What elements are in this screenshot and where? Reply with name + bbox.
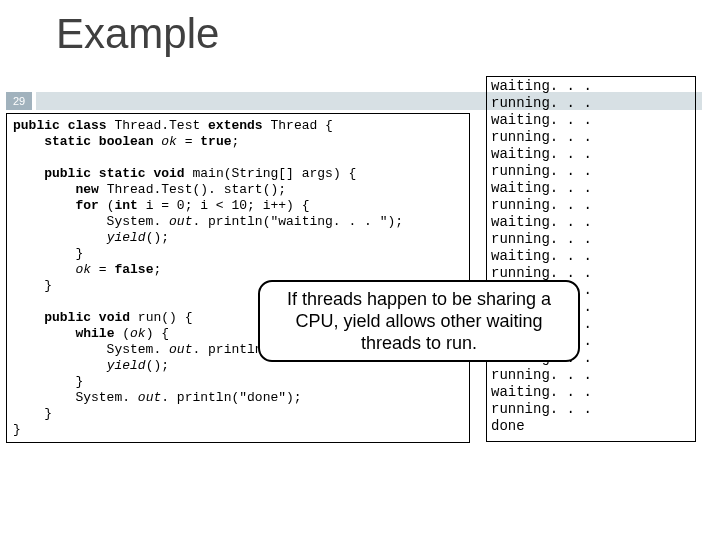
callout-note: If threads happen to be sharing a CPU, y… bbox=[258, 280, 580, 362]
program-output: waiting. . . running. . . waiting. . . r… bbox=[486, 76, 696, 442]
page-title: Example bbox=[56, 10, 219, 58]
slide: Example 29 waiting. . . running. . . wai… bbox=[0, 0, 720, 540]
page-number-badge: 29 bbox=[6, 92, 32, 110]
code-listing: public class Thread.Test extends Thread … bbox=[6, 113, 470, 443]
